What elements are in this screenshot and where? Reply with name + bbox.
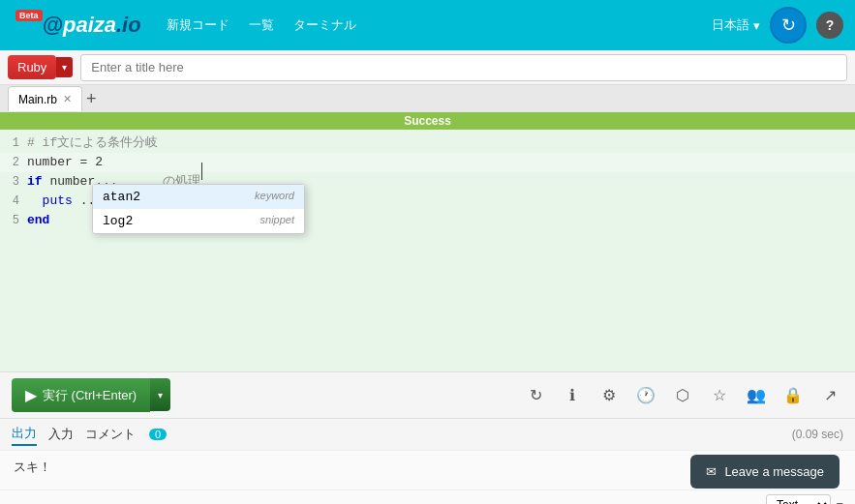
format-select[interactable]: Text HTML [766, 494, 831, 504]
title-input[interactable] [80, 54, 847, 81]
info-icon[interactable]: ℹ [559, 382, 586, 409]
code-line-1: 1 # if文による条件分岐 [0, 133, 855, 153]
editor-area[interactable]: 1 # if文による条件分岐 2 number = 2 3 if number.… [0, 130, 855, 371]
autocomplete-item-atan2[interactable]: atan2 keyword [93, 185, 304, 209]
users-icon[interactable]: 👥 [743, 382, 770, 409]
status-bar: Success [0, 112, 855, 130]
nav-links: 新規コード 一覧 ターミナル [167, 16, 356, 34]
language-dropdown-button[interactable]: ▾ [56, 57, 73, 77]
run-dropdown-button[interactable]: ▾ [150, 378, 170, 411]
mail-icon: ✉ [706, 464, 717, 479]
nav-terminal[interactable]: ターミナル [293, 16, 356, 34]
tab-main-rb[interactable]: Main.rb ✕ [8, 86, 82, 111]
autocomplete-label: log2 [103, 214, 133, 228]
help-button[interactable]: ? [816, 12, 843, 39]
language-selector[interactable]: 日本語 ▾ [712, 16, 760, 34]
bottom-toolbar: ▶ 実行 (Ctrl+Enter) ▾ ↻ ℹ ⚙ 🕐 ⬡ ☆ 👥 🔒 ↗ [0, 371, 855, 418]
language-button-group: Ruby ▾ [8, 55, 73, 79]
paiza-icon[interactable]: ↻ [522, 382, 549, 409]
autocomplete-label: atan2 [103, 190, 140, 204]
logo-area: Beta @ paiza .io [12, 13, 141, 38]
refresh-icon[interactable]: ↻ [770, 7, 807, 44]
play-icon: ▶ [25, 386, 37, 404]
bottom-icons: ↻ ℹ ⚙ 🕐 ⬡ ☆ 👥 🔒 ↗ [522, 382, 843, 409]
output-tab-comments[interactable]: コメント [85, 424, 136, 445]
tabs-bar: Main.rb ✕ + [0, 85, 855, 112]
run-button[interactable]: ▶ 実行 (Ctrl+Enter) [12, 378, 150, 412]
beta-badge: Beta [15, 10, 43, 21]
star-icon[interactable]: ☆ [706, 382, 733, 409]
autocomplete-type: keyword [255, 190, 294, 204]
github-icon[interactable]: ⬡ [669, 382, 696, 409]
nav-new-code[interactable]: 新規コード [167, 16, 229, 34]
header: Beta @ paiza .io 新規コード 一覧 ターミナル 日本語 ▾ ↻ … [0, 0, 855, 50]
text-cursor [201, 163, 202, 180]
share-icon[interactable]: ↗ [816, 382, 843, 409]
leave-message-label: Leave a message [724, 464, 824, 479]
history-icon[interactable]: 🕐 [632, 382, 659, 409]
header-right: 日本語 ▾ ↻ ? [712, 7, 843, 44]
leave-message-button[interactable]: ✉ Leave a message [690, 455, 840, 489]
settings-icon[interactable]: ⚙ [595, 382, 623, 409]
run-button-group: ▶ 実行 (Ctrl+Enter) ▾ [12, 378, 170, 412]
tab-label: Main.rb [18, 93, 57, 106]
output-tabs: 出力 入力 コメント 0 (0.09 sec) [0, 419, 855, 451]
autocomplete-dropdown[interactable]: atan2 keyword log2 snippet [92, 184, 305, 234]
comment-badge: 0 [149, 429, 167, 440]
nav-list[interactable]: 一覧 [249, 16, 274, 34]
format-dropdown-arrow: ▾ [837, 498, 843, 505]
output-tab-output[interactable]: 出力 [12, 423, 37, 446]
output-format-row: Text HTML ▾ [0, 489, 855, 504]
toolbar: Ruby ▾ [0, 50, 855, 85]
autocomplete-type: snippet [260, 214, 294, 228]
code-line-2: 2 number = 2 [0, 153, 855, 172]
ruby-label: Ruby [17, 60, 46, 74]
tab-close-icon[interactable]: ✕ [63, 93, 72, 105]
lock-icon[interactable]: 🔒 [779, 382, 807, 409]
output-time: (0.09 sec) [792, 428, 843, 441]
autocomplete-item-log2[interactable]: log2 snippet [93, 209, 304, 233]
run-label: 実行 (Ctrl+Enter) [43, 387, 137, 404]
output-tab-input[interactable]: 入力 [48, 424, 74, 445]
logo: @ paiza .io [43, 13, 141, 38]
ruby-button[interactable]: Ruby [8, 55, 56, 79]
add-tab-button[interactable]: + [86, 90, 97, 107]
